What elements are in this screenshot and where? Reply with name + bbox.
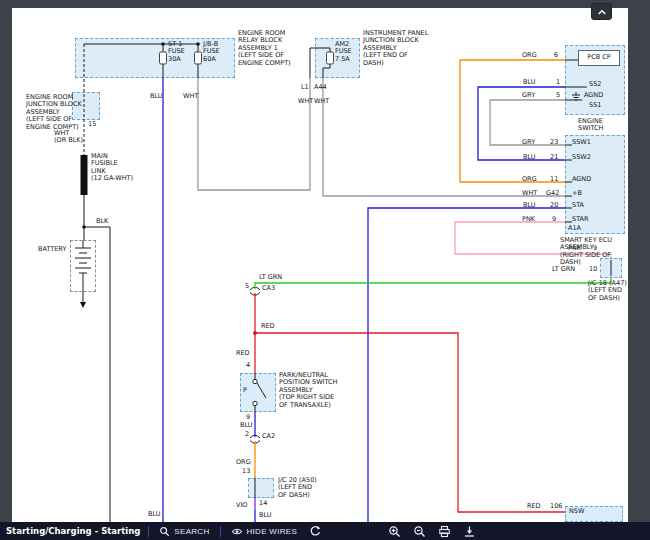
terminal-label-nsw: NSW — [569, 508, 584, 515]
diagram-tab-title: Starting/Charging - Starting — [6, 526, 140, 536]
pin-label-9: 9 — [552, 216, 556, 223]
fuse-label-jbb: J/B-B FUSE 60A — [203, 41, 220, 63]
connector-label-a1a: A1A — [568, 225, 581, 232]
terminal-label-star: STAR — [572, 216, 589, 223]
wire-label-red: RED — [236, 350, 250, 357]
terminal-label-ssw1: SSW1 — [572, 139, 591, 146]
pin-label-5: 5 — [245, 283, 249, 290]
wire-label-wht: WHT — [522, 190, 537, 197]
chevron-up-icon — [596, 7, 608, 17]
wiring-diagram-viewer: ENGINE ROOM RELAY BLOCK ASSEMBLY 1 (LEFT… — [0, 0, 650, 540]
toolbar-separator — [148, 526, 149, 537]
wire-group-org — [255, 60, 565, 478]
zoom-in-button[interactable] — [386, 525, 403, 538]
terminal-label-ss2: SS2 — [589, 81, 601, 88]
zoom-out-icon — [413, 525, 426, 538]
terminal-label-p: P — [243, 387, 247, 394]
component-label-pn-switch: PARK/NEUTRAL POSITION SWITCH ASSEMBLY (T… — [279, 372, 338, 409]
hide-wires-button[interactable]: HIDE WIRES — [229, 526, 300, 537]
terminal-label-agnd: AGND — [572, 176, 591, 183]
component-label-relay-block: ENGINE ROOM RELAY BLOCK ASSEMBLY 1 (LEFT… — [238, 30, 291, 67]
search-button[interactable]: SEARCH — [157, 526, 211, 537]
pin-label-20: 20 — [550, 202, 558, 209]
wire-label-blu: BLU — [150, 93, 163, 100]
print-button[interactable] — [436, 525, 453, 538]
pin-label-1: 1 — [556, 79, 560, 86]
component-label-engine-switch: ENGINE SWITCH — [578, 118, 628, 133]
pin-label-11: 11 — [550, 176, 558, 183]
search-label: SEARCH — [174, 527, 209, 536]
hide-wires-label: HIDE WIRES — [247, 527, 298, 536]
wire-label-lt-grn: LT GRN — [552, 266, 575, 273]
pin-label-g42: G42 — [546, 190, 559, 197]
pin-label-9: 9 — [593, 245, 597, 252]
component-label-junction-block: ENGINE ROOM JUNCTION BLOCK ASSEMBLY (LEF… — [26, 94, 82, 131]
wire-label-blu: BLU — [240, 422, 253, 429]
wire-label-pnk: PNK — [568, 245, 581, 252]
wire-label-blu: BLU — [259, 512, 272, 519]
pin-label-2: 2 — [245, 431, 249, 438]
download-icon — [463, 525, 476, 538]
bottom-toolbar: Starting/Charging - Starting SEARCH HIDE… — [0, 522, 650, 540]
wire-label-wht: WHT — [183, 93, 198, 100]
fuse-label-st1: ST 1 FUSE 30A — [168, 41, 185, 63]
wire-label-blu: BLU — [148, 511, 161, 518]
wire-label-blk: BLK — [96, 218, 108, 225]
wire-label-org: ORG — [236, 459, 251, 466]
wire-label-lt-grn: LT GRN — [259, 274, 282, 281]
terminal-label-plus-b: +B — [572, 190, 582, 197]
wire-label-wht: WHT — [314, 98, 329, 105]
pin-label-4: 4 — [246, 362, 250, 369]
pin-label-10: 10 — [589, 266, 597, 273]
wire-label-org: ORG — [522, 52, 537, 59]
wire-label-gry: GRY — [522, 92, 535, 99]
wire-label-pnk: PNK — [522, 216, 535, 223]
terminal-label-sta: STA — [572, 202, 584, 209]
wire-group-ltgrn — [255, 278, 611, 289]
pin-label-15: 15 — [88, 121, 96, 128]
wire-label-wht: WHT — [298, 98, 313, 105]
terminal-label-ss1: SS1 — [589, 102, 601, 109]
reset-view-button[interactable] — [307, 525, 323, 537]
component-label-battery: BATTERY — [38, 246, 66, 253]
component-label-pcb-cp: PCB CP — [579, 54, 619, 61]
terminal-label-ssw2: SSW2 — [572, 154, 591, 161]
pin-label-23: 23 — [550, 139, 558, 146]
wire-label-blu: BLU — [523, 79, 536, 86]
download-button[interactable] — [461, 525, 478, 538]
wire-label-blu: BLU — [523, 154, 536, 161]
wire-label-gry: GRY — [522, 139, 535, 146]
connector-label-ca3: CA3 — [262, 285, 275, 292]
eye-icon — [231, 526, 243, 537]
pin-label-5: 5 — [556, 92, 560, 99]
pin-label-21: 21 — [550, 154, 558, 161]
wire-label-vio: VIO — [236, 502, 247, 509]
component-label-jc18: J/C 18 (A47) (LEFT END OF DASH) — [588, 280, 627, 302]
junction-dots — [82, 42, 257, 335]
component-label-jc20: J/C 20 (A50) (LEFT END OF DASH) — [278, 477, 317, 499]
collapse-panel-button[interactable] — [591, 3, 612, 20]
pin-label-6: 6 — [554, 52, 558, 59]
wire-label-org: ORG — [522, 176, 537, 183]
component-label-ip-jb: INSTRUMENT PANEL JUNCTION BLOCK ASSEMBLY… — [363, 30, 428, 67]
zoom-out-button[interactable] — [411, 525, 428, 538]
wire-label-blu: BLU — [523, 202, 536, 209]
pin-label-13: 13 — [242, 468, 250, 475]
pin-label-14: 14 — [259, 500, 267, 507]
component-label-fusible-link: MAIN FUSIBLE LINK (12 GA-WHT) — [91, 153, 133, 183]
wire-group-wht — [198, 78, 565, 196]
pin-label-l1: L1 — [301, 84, 309, 91]
connector-label-ca2: CA2 — [262, 433, 275, 440]
search-icon — [159, 526, 170, 537]
reset-view-icon — [309, 525, 321, 537]
wire-label-wht-or-blk: WHT (OR BLK) — [54, 130, 83, 145]
diagram-canvas[interactable]: ENGINE ROOM RELAY BLOCK ASSEMBLY 1 (LEFT… — [12, 8, 628, 522]
zoom-in-icon — [388, 525, 401, 538]
pin-label-a44: A44 — [314, 84, 327, 91]
wire-label-red: RED — [527, 503, 541, 510]
wire-label-red: RED — [261, 323, 275, 330]
print-icon — [438, 525, 451, 538]
toolbar-separator — [220, 526, 221, 537]
pin-label-106: 106 — [550, 503, 562, 510]
terminal-label-agnd: AGND — [584, 92, 603, 99]
